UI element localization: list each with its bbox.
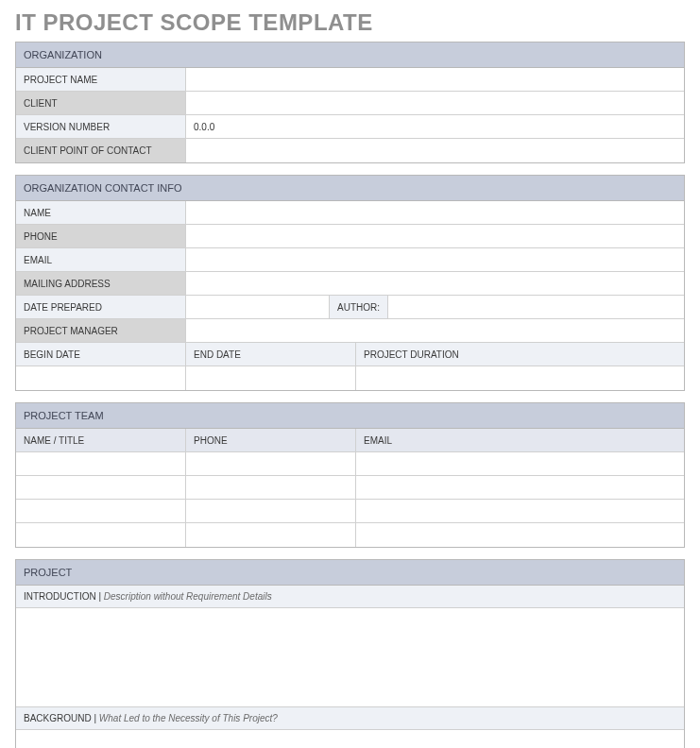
background-value[interactable] bbox=[16, 730, 684, 748]
team-cell-email[interactable] bbox=[356, 476, 684, 499]
label-begin-date: BEGIN DATE bbox=[16, 343, 186, 366]
label-contact-name: NAME bbox=[16, 201, 186, 224]
value-project-name[interactable] bbox=[186, 68, 684, 91]
project-header: PROJECT bbox=[16, 560, 684, 586]
contact-header: ORGANIZATION CONTACT INFO bbox=[16, 176, 684, 201]
label-project-name: PROJECT NAME bbox=[16, 68, 186, 91]
label-end-date: END DATE bbox=[186, 343, 356, 366]
introduction-label: INTRODUCTION | bbox=[24, 591, 101, 602]
team-cell-email[interactable] bbox=[356, 500, 684, 522]
label-client: CLIENT bbox=[16, 92, 186, 114]
value-contact-phone[interactable] bbox=[186, 225, 684, 247]
value-contact-email[interactable] bbox=[186, 248, 684, 271]
team-cell-email[interactable] bbox=[356, 523, 684, 547]
introduction-value[interactable] bbox=[16, 608, 684, 707]
team-section: PROJECT TEAM NAME / TITLE PHONE EMAIL bbox=[15, 402, 685, 548]
team-cell-email[interactable] bbox=[356, 452, 684, 475]
value-date-prepared[interactable] bbox=[186, 296, 330, 318]
introduction-hint: Description without Requirement Details bbox=[104, 591, 272, 602]
label-project-duration: PROJECT DURATION bbox=[356, 343, 684, 366]
value-mailing-address[interactable] bbox=[186, 272, 684, 295]
value-version-number[interactable]: 0.0.0 bbox=[186, 115, 684, 138]
page-title: IT PROJECT SCOPE TEMPLATE bbox=[15, 9, 685, 36]
value-begin-date[interactable] bbox=[16, 366, 186, 390]
team-col-email: EMAIL bbox=[356, 429, 684, 451]
value-contact-name[interactable] bbox=[186, 201, 684, 224]
team-cell-name[interactable] bbox=[16, 452, 186, 475]
team-cell-name[interactable] bbox=[16, 476, 186, 499]
value-end-date[interactable] bbox=[186, 366, 356, 390]
background-strip: BACKGROUND | What Led to the Necessity o… bbox=[16, 707, 684, 730]
organization-header: ORGANIZATION bbox=[16, 42, 684, 68]
background-label: BACKGROUND | bbox=[24, 713, 96, 723]
value-client-poc[interactable] bbox=[186, 139, 684, 162]
value-author[interactable] bbox=[388, 296, 684, 318]
contact-section: ORGANIZATION CONTACT INFO NAME PHONE EMA… bbox=[15, 175, 685, 391]
team-cell-name[interactable] bbox=[16, 523, 186, 547]
label-client-poc: CLIENT POINT OF CONTACT bbox=[16, 139, 186, 162]
team-cell-phone[interactable] bbox=[186, 500, 356, 522]
label-contact-phone: PHONE bbox=[16, 225, 186, 247]
team-col-phone: PHONE bbox=[186, 429, 356, 451]
label-author: AUTHOR: bbox=[330, 296, 388, 318]
label-mailing-address: MAILING ADDRESS bbox=[16, 272, 186, 295]
label-contact-email: EMAIL bbox=[16, 248, 186, 271]
team-cell-phone[interactable] bbox=[186, 523, 356, 547]
value-project-duration[interactable] bbox=[356, 366, 684, 390]
team-col-name: NAME / TITLE bbox=[16, 429, 186, 451]
value-client[interactable] bbox=[186, 92, 684, 114]
team-header: PROJECT TEAM bbox=[16, 403, 684, 429]
project-section: PROJECT INTRODUCTION | Description witho… bbox=[15, 559, 685, 748]
background-hint: What Led to the Necessity of This Projec… bbox=[99, 713, 278, 723]
team-cell-phone[interactable] bbox=[186, 476, 356, 499]
value-project-manager[interactable] bbox=[186, 319, 684, 342]
organization-section: ORGANIZATION PROJECT NAME CLIENT VERSION… bbox=[15, 42, 685, 163]
introduction-strip: INTRODUCTION | Description without Requi… bbox=[16, 586, 684, 608]
label-date-prepared: DATE PREPARED bbox=[16, 296, 186, 318]
label-project-manager: PROJECT MANAGER bbox=[16, 319, 186, 342]
label-version-number: VERSION NUMBER bbox=[16, 115, 186, 138]
team-cell-name[interactable] bbox=[16, 500, 186, 522]
team-cell-phone[interactable] bbox=[186, 452, 356, 475]
